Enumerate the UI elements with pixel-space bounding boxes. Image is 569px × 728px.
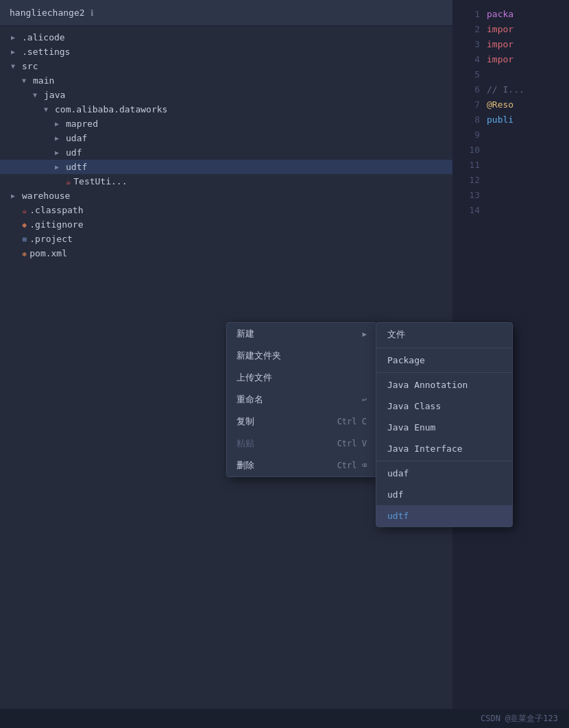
- copy-shortcut: Ctrl C: [337, 417, 367, 426]
- line-num-6: 6: [452, 82, 487, 97]
- rename-shortcut: ↩: [362, 395, 367, 404]
- classpath-icon: ☕: [22, 206, 27, 215]
- submenu-file-label: 文件: [387, 328, 405, 341]
- tree-item-project[interactable]: ≡ .project: [0, 232, 452, 246]
- tree-label-java: java: [44, 90, 65, 100]
- tree-label-udf: udf: [66, 147, 82, 158]
- submenu-java-annotation[interactable]: Java Annotation: [376, 374, 512, 396]
- code-line-7: @Reso: [487, 97, 569, 112]
- submenu-udtf-label: udtf: [387, 511, 409, 521]
- tree-item-udf[interactable]: ▶ udf: [0, 145, 452, 160]
- submenu: 文件 Package Java Annotation Java Class Ja…: [376, 322, 513, 527]
- tree-item-udtf[interactable]: ▶ udtf: [0, 160, 452, 174]
- collapse-arrow-java: ▼: [33, 91, 44, 99]
- submenu-udtf[interactable]: udtf: [376, 505, 512, 526]
- context-menu-upload[interactable]: 上传文件: [227, 367, 376, 389]
- tree-item-testutil[interactable]: ☕ TestUti...: [0, 174, 452, 189]
- line-num-8: 8: [452, 112, 487, 128]
- gitignore-icon: ◆: [22, 220, 27, 230]
- collapse-arrow-main: ▼: [22, 77, 33, 84]
- tree-label-src: src: [22, 61, 38, 71]
- tree-item-java[interactable]: ▼ java: [0, 88, 452, 102]
- context-menu-new[interactable]: 新建 ▶: [227, 323, 376, 345]
- context-menu-copy[interactable]: 复制 Ctrl C: [227, 411, 376, 433]
- line-num-11: 11: [452, 158, 487, 173]
- tree-label-pomxml: pom.xml: [29, 248, 67, 258]
- tree-item-main[interactable]: ▼ main: [0, 73, 452, 88]
- file-tree-header: hangliechange2 ℹ: [0, 0, 452, 26]
- submenu-java-interface-label: Java Interface: [387, 444, 463, 454]
- submenu-java-interface[interactable]: Java Interface: [376, 438, 512, 459]
- code-line-13: [487, 188, 569, 203]
- submenu-java-annotation-label: Java Annotation: [387, 380, 468, 390]
- tree-label-classpath: .classpath: [29, 205, 83, 215]
- tree-label-udtf: udtf: [66, 162, 87, 172]
- line-num-10: 10: [452, 143, 487, 158]
- code-line-10: [487, 143, 569, 158]
- tree-item-package[interactable]: ▼ com.alibaba.dataworks: [0, 102, 452, 117]
- tree-item-mapred[interactable]: ▶ mapred: [0, 117, 452, 131]
- submenu-java-class-label: Java Class: [387, 401, 441, 411]
- xml-icon: ❋: [22, 249, 27, 258]
- submenu-java-class[interactable]: Java Class: [376, 396, 512, 417]
- tree-label-settings: .settings: [22, 47, 70, 57]
- collapse-arrow-src: ▼: [11, 62, 22, 70]
- context-menu-upload-label: 上传文件: [237, 372, 272, 384]
- submenu-udaf[interactable]: udaf: [376, 463, 512, 484]
- submenu-arrow-icon: ▶: [362, 330, 367, 339]
- collapse-arrow-udf: ▶: [55, 149, 66, 156]
- submenu-java-enum[interactable]: Java Enum: [376, 417, 512, 438]
- java-file-icon: ☕: [66, 177, 71, 186]
- code-line-2: impor: [487, 22, 569, 37]
- tree-label-project: .project: [29, 234, 73, 244]
- tree-item-pomxml[interactable]: ❋ pom.xml: [0, 246, 452, 260]
- submenu-divider-3: [376, 461, 512, 461]
- tree-item-gitignore[interactable]: ◆ .gitignore: [0, 217, 452, 232]
- code-line-3: impor: [487, 37, 569, 52]
- submenu-udf-label: udf: [387, 489, 403, 500]
- tree-item-alicode[interactable]: ▶ .alicode: [0, 30, 452, 45]
- code-line-4: impor: [487, 52, 569, 67]
- code-line-14: [487, 203, 569, 218]
- submenu-file[interactable]: 文件: [376, 323, 512, 346]
- context-menu-rename[interactable]: 重命名 ↩: [227, 389, 376, 411]
- line-num-13: 13: [452, 188, 487, 203]
- collapse-arrow-alicode: ▶: [11, 34, 22, 41]
- collapse-arrow-udaf: ▶: [55, 134, 66, 142]
- info-icon[interactable]: ℹ: [90, 8, 94, 18]
- collapse-arrow-mapred: ▶: [55, 120, 66, 128]
- context-menu-new-folder-label: 新建文件夹: [237, 350, 281, 362]
- context-menu: 新建 ▶ 新建文件夹 上传文件 重命名 ↩ 复制 Ctrl C 粘贴 Ctrl …: [226, 322, 377, 477]
- context-menu-new-label: 新建: [237, 328, 254, 340]
- tree-item-settings[interactable]: ▶ .settings: [0, 45, 452, 59]
- submenu-udf[interactable]: udf: [376, 484, 512, 505]
- tree-item-udaf[interactable]: ▶ udaf: [0, 131, 452, 145]
- tree-label-main: main: [33, 75, 54, 86]
- footer: CSDN @韭菜盒子123: [0, 709, 569, 728]
- line-num-9: 9: [452, 128, 487, 143]
- context-menu-delete[interactable]: 删除 Ctrl ⌫: [227, 454, 376, 476]
- submenu-package[interactable]: Package: [376, 350, 512, 371]
- tree-item-warehouse[interactable]: ▶ warehouse: [0, 189, 452, 203]
- context-menu-paste[interactable]: 粘贴 Ctrl V: [227, 433, 376, 454]
- context-menu-paste-label: 粘贴: [237, 437, 254, 450]
- tree-item-classpath[interactable]: ☕ .classpath: [0, 203, 452, 217]
- paste-shortcut: Ctrl V: [337, 439, 367, 448]
- context-menu-rename-label: 重命名: [237, 393, 263, 406]
- tree-label-testutil: TestUti...: [73, 176, 127, 186]
- context-menu-new-folder[interactable]: 新建文件夹: [227, 345, 376, 367]
- code-line-12: [487, 173, 569, 188]
- tree-item-src[interactable]: ▼ src: [0, 59, 452, 73]
- line-num-14: 14: [452, 203, 487, 218]
- tree-label-package: com.alibaba.dataworks: [55, 104, 167, 114]
- footer-text: CSDN @韭菜盒子123: [481, 713, 558, 725]
- collapse-arrow-settings: ▶: [11, 48, 22, 56]
- code-line-11: [487, 158, 569, 173]
- project-icon: ≡: [22, 234, 27, 244]
- tree-label-warehouse: warehouse: [22, 191, 70, 201]
- collapse-arrow-warehouse: ▶: [11, 192, 22, 199]
- code-line-1: packa: [487, 7, 569, 22]
- code-line-6: // I...: [487, 82, 569, 97]
- tree-label-alicode: .alicode: [22, 32, 65, 43]
- collapse-arrow-udtf: ▶: [55, 163, 66, 171]
